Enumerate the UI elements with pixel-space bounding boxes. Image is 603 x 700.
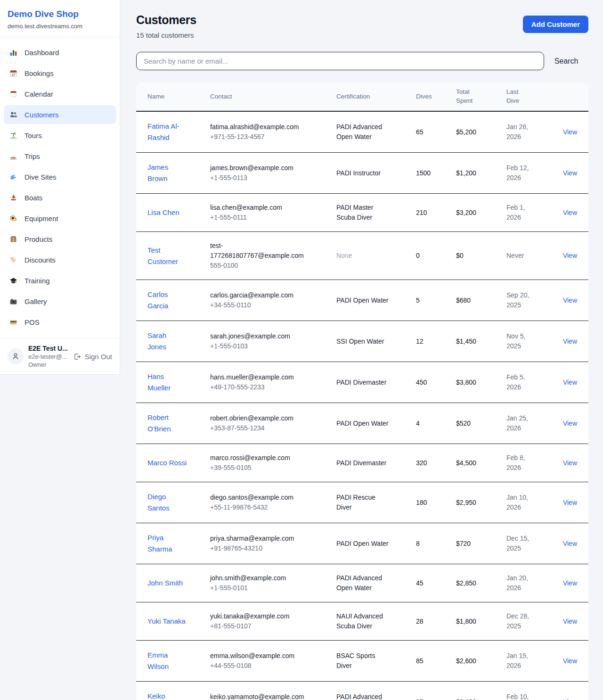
customers-table-card: NameContactCertificationDivesTotal Spent…	[136, 82, 588, 700]
customer-dives: 4	[410, 403, 450, 444]
customer-name-link[interactable]: Test Customer	[147, 245, 187, 267]
customer-name-link[interactable]: James Brown	[147, 162, 187, 184]
customer-last-dive: Jan 10, 2026	[506, 493, 535, 512]
dashboard-chart-icon	[8, 49, 18, 57]
view-customer-link[interactable]: View	[563, 169, 577, 177]
customer-contact-cell: keiko.yamamoto@example.com +81-90-1234-5…	[204, 682, 331, 700]
customer-name-link[interactable]: Hans Mueller	[147, 371, 187, 394]
customer-contact-cell: lisa.chen@example.com +1-555-0111	[204, 194, 331, 232]
sidebar-item-training[interactable]: Training	[4, 271, 116, 290]
customer-dives: 65	[410, 111, 450, 153]
user-section: E2E Test U... e2e-tester@... Owner Sign …	[0, 338, 120, 374]
pos-card-icon	[8, 318, 18, 326]
view-customer-link[interactable]: View	[563, 252, 577, 259]
customer-last-dive: Feb 8, 2026	[506, 453, 535, 473]
table-row: Hans Mueller hans.mueller@example.com +4…	[136, 362, 588, 403]
sidebar-nav: Dashboard 17 Bookings Calendar Customers…	[0, 37, 120, 338]
customer-dives: 12	[410, 321, 450, 362]
customer-last-dive: Jan 15, 2026	[506, 651, 535, 671]
customer-phone: +91-98765-43210	[210, 544, 325, 553]
sidebar-item-bookings[interactable]: 17 Bookings	[4, 64, 116, 82]
table-row: John Smith john.smith@example.com +1-555…	[136, 564, 588, 602]
customer-dives: 450	[410, 362, 450, 403]
customer-phone: +1-555-0103	[210, 341, 325, 351]
table-row: Carlos Garcia carlos.garcia@example.com …	[136, 280, 588, 321]
sidebar-item-discounts[interactable]: Discounts	[4, 250, 116, 269]
customer-certification: PADI Advanced Open Water	[336, 692, 389, 700]
customer-email: test-1772681807767@example.com	[210, 241, 311, 261]
sidebar-item-gallery[interactable]: Gallery	[4, 292, 116, 311]
view-customer-link[interactable]: View	[563, 420, 577, 427]
customer-email: sarah.jones@example.com	[210, 331, 311, 341]
sidebar-item-customers[interactable]: Customers	[4, 105, 116, 124]
sidebar-item-dashboard[interactable]: Dashboard	[4, 43, 116, 62]
table-row: Keiko Yamamoto keiko.yamamoto@example.co…	[136, 682, 588, 700]
table-row: Emma Wilson emma.wilson@example.com +44-…	[136, 641, 588, 682]
customer-phone: +39-555-0105	[210, 463, 325, 473]
customer-email: hans.mueller@example.com	[210, 372, 311, 382]
customer-total-spent: $4,500	[450, 444, 501, 482]
add-customer-button[interactable]: Add Customer	[523, 16, 588, 33]
sidebar-item-trips[interactable]: Trips	[4, 147, 116, 165]
customer-name-link[interactable]: Diego Santos	[147, 491, 187, 514]
customer-name-link[interactable]: Robert O'Brien	[147, 412, 187, 435]
customer-contact-cell: yuki.tanaka@example.com +81-555-0107	[204, 602, 331, 641]
customer-total-spent: $3,200	[450, 194, 501, 232]
sidebar-item-equipment[interactable]: Equipment	[4, 209, 116, 228]
view-customer-link[interactable]: View	[563, 499, 577, 506]
bookings-calendar-icon: 17	[8, 69, 18, 77]
customer-count: 15 total customers	[136, 31, 196, 39]
customer-name-link[interactable]: Marco Rossi	[147, 457, 187, 469]
customer-contact-cell: robert.obrien@example.com +353-87-555-12…	[204, 403, 331, 444]
customer-phone: +1-555-0101	[210, 583, 325, 593]
page-title: Customers	[136, 13, 196, 27]
view-customer-link[interactable]: View	[563, 338, 577, 345]
customer-dives: 45	[410, 564, 450, 602]
customer-name-link[interactable]: Yuki Tanaka	[147, 616, 186, 627]
view-customer-link[interactable]: View	[563, 579, 577, 587]
sign-out-icon	[73, 353, 81, 361]
customer-name-link[interactable]: Priya Sharma	[147, 532, 187, 555]
search-input[interactable]	[136, 52, 544, 70]
customer-name-link[interactable]: Carlos Garcia	[147, 289, 187, 312]
column-header-contact: Contact	[204, 82, 331, 111]
customer-dives: 95	[410, 682, 450, 700]
customer-total-spent: $2,850	[450, 564, 501, 602]
sidebar-item-boats[interactable]: Boats	[4, 188, 116, 207]
sidebar-item-products[interactable]: Products	[4, 230, 116, 248]
sidebar-item-tours[interactable]: Tours	[4, 126, 116, 145]
view-customer-link[interactable]: View	[563, 209, 577, 216]
customer-email: keiko.yamamoto@example.com	[210, 692, 311, 700]
view-customer-link[interactable]: View	[563, 459, 577, 467]
view-customer-link[interactable]: View	[563, 618, 577, 625]
customer-name-link[interactable]: Emma Wilson	[147, 650, 187, 672]
view-customer-link[interactable]: View	[563, 540, 577, 547]
sidebar-item-pos[interactable]: POS	[4, 313, 116, 331]
customer-phone: +44-555-0108	[210, 661, 325, 671]
customer-name-link[interactable]: Lisa Chen	[147, 207, 179, 218]
sidebar-item-calendar[interactable]: Calendar	[4, 84, 116, 103]
sidebar-item-dive-sites[interactable]: Dive Sites	[4, 167, 116, 186]
view-customer-link[interactable]: View	[563, 128, 577, 136]
view-customer-link[interactable]: View	[563, 657, 577, 665]
customer-contact-cell: carlos.garcia@example.com +34-555-0110	[204, 280, 331, 321]
customer-name-link[interactable]: Sarah Jones	[147, 330, 187, 353]
customer-total-spent: $680	[450, 280, 501, 321]
view-customer-link[interactable]: View	[563, 296, 577, 304]
customer-contact-cell: priya.sharma@example.com +91-98765-43210	[204, 523, 331, 564]
discounts-tag-icon	[8, 256, 18, 264]
customer-certification: PADI Rescue Diver	[336, 493, 389, 512]
view-customer-link[interactable]: View	[563, 698, 577, 700]
customer-name-link[interactable]: Fatima Al-Rashid	[147, 121, 187, 143]
search-button[interactable]: Search	[544, 57, 588, 66]
customer-total-spent: $1,200	[450, 153, 501, 194]
customer-last-dive: Feb 10, 2026	[506, 692, 535, 700]
shop-name: Demo Dive Shop	[8, 9, 112, 19]
table-row: Priya Sharma priya.sharma@example.com +9…	[136, 523, 588, 564]
sign-out-button[interactable]: Sign Out	[73, 353, 112, 361]
column-header-total-spent: Total Spent	[450, 82, 501, 111]
customer-contact-cell: marco.rossi@example.com +39-555-0105	[204, 444, 331, 482]
customer-name-link[interactable]: John Smith	[147, 577, 183, 589]
view-customer-link[interactable]: View	[563, 379, 577, 386]
customer-name-link[interactable]: Keiko Yamamoto	[147, 691, 187, 700]
